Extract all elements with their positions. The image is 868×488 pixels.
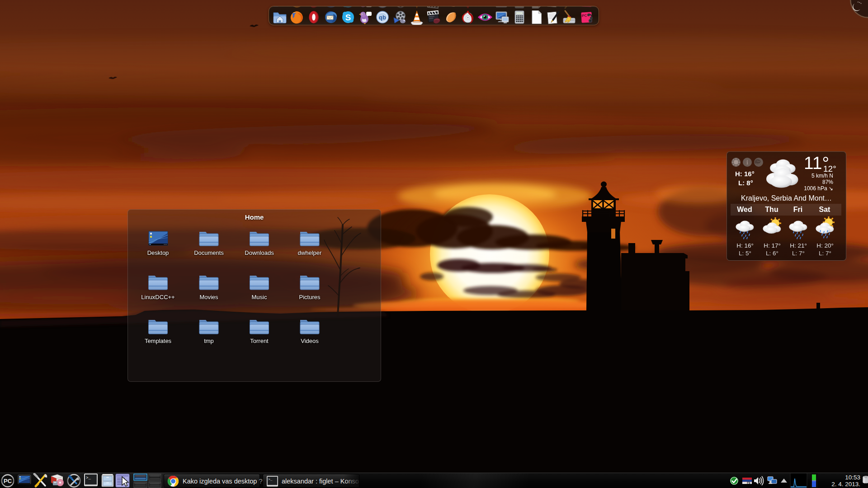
svg-text:qb: qb <box>379 14 386 21</box>
svg-text:>_: >_ <box>268 478 273 481</box>
svg-text:PC: PC <box>582 14 587 18</box>
svg-text:>_: >_ <box>86 476 91 480</box>
svg-text:rs: rs <box>747 480 750 485</box>
svg-text:PC: PC <box>4 478 12 484</box>
svg-text:i: i <box>746 159 748 166</box>
svg-text:S: S <box>345 13 351 22</box>
svg-text:S: S <box>345 6 351 6</box>
